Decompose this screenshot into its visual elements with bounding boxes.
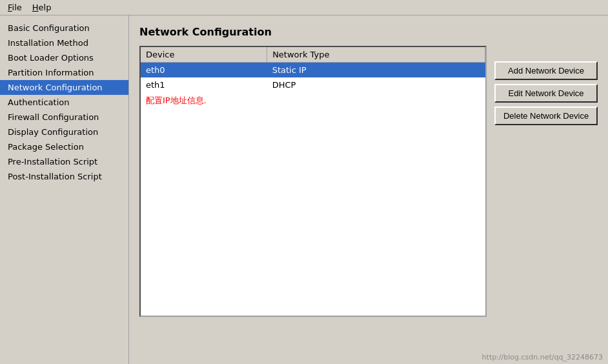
column-network-type: Network Type	[267, 47, 485, 63]
device-table-container: Device Network Type eth0 Static IP eth1 …	[139, 46, 487, 317]
main-layout: Basic Configuration Installation Method …	[0, 15, 608, 364]
column-device: Device	[141, 47, 267, 63]
sidebar-item-firewall-configuration[interactable]: Firewall Configuration	[0, 110, 128, 125]
sidebar-item-display-configuration[interactable]: Display Configuration	[0, 125, 128, 139]
page-title: Network Configuration	[139, 26, 598, 38]
sidebar-item-package-selection[interactable]: Package Selection	[0, 139, 128, 154]
cell-device: eth1	[141, 77, 267, 92]
cell-network-type: DHCP	[267, 77, 485, 92]
menu-help[interactable]: Help	[27, 1, 57, 14]
edit-network-device-button[interactable]: Edit Network Device	[494, 84, 598, 103]
network-panel: Device Network Type eth0 Static IP eth1 …	[139, 46, 598, 317]
watermark: http://blog.csdn.net/qq_32248673	[482, 353, 603, 361]
sidebar-item-authentication[interactable]: Authentication	[0, 95, 128, 110]
sidebar: Basic Configuration Installation Method …	[0, 15, 129, 364]
sidebar-item-boot-loader-options[interactable]: Boot Loader Options	[0, 50, 128, 65]
menubar: File Help	[0, 0, 608, 15]
table-note-row: 配置IP地址信息.	[141, 92, 485, 109]
sidebar-item-basic-configuration[interactable]: Basic Configuration	[0, 21, 128, 35]
cell-network-type: Static IP	[267, 63, 485, 78]
sidebar-item-partition-information[interactable]: Partition Information	[0, 65, 128, 80]
device-table: Device Network Type eth0 Static IP eth1 …	[141, 47, 485, 109]
add-network-device-button[interactable]: Add Network Device	[494, 61, 598, 80]
sidebar-item-installation-method[interactable]: Installation Method	[0, 35, 128, 50]
menu-file[interactable]: File	[3, 1, 27, 14]
cell-device: eth0	[141, 63, 267, 78]
sidebar-item-network-configuration[interactable]: Network Configuration	[0, 80, 128, 95]
sidebar-item-pre-installation-script[interactable]: Pre-Installation Script	[0, 154, 128, 169]
button-panel: Add Network Device Edit Network Device D…	[494, 46, 598, 317]
sidebar-item-post-installation-script[interactable]: Post-Installation Script	[0, 169, 128, 184]
content-area: Network Configuration Device Network Typ…	[129, 15, 608, 364]
table-row[interactable]: eth1 DHCP	[141, 77, 485, 92]
table-note: 配置IP地址信息.	[141, 92, 485, 109]
table-row[interactable]: eth0 Static IP	[141, 63, 485, 78]
delete-network-device-button[interactable]: Delete Network Device	[494, 106, 598, 125]
